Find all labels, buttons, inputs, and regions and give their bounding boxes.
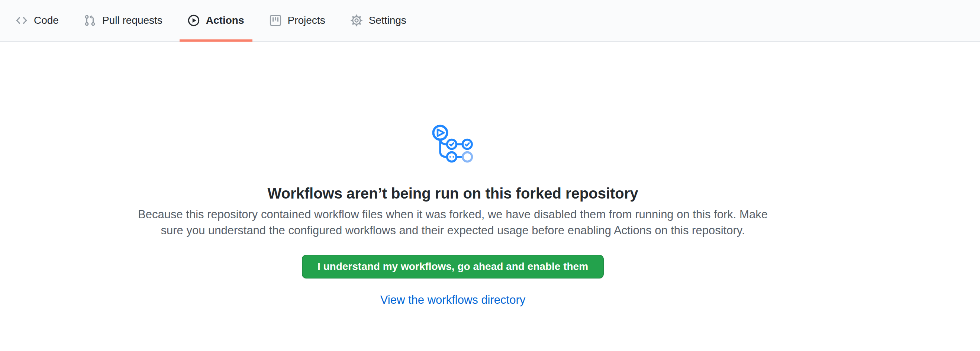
tab-pull-requests-label: Pull requests [102, 15, 162, 25]
page-title: Workflows aren’t being run on this forke… [267, 184, 638, 203]
repo-tab-bar: Code Pull requests Actions [0, 0, 980, 42]
tab-projects-label: Projects [288, 15, 325, 25]
workflow-graph-illustration [432, 125, 474, 165]
tab-actions[interactable]: Actions [180, 0, 253, 41]
actions-disabled-blankslate: Workflows aren’t being run on this forke… [0, 42, 906, 307]
view-workflows-directory-link[interactable]: View the workflows directory [380, 293, 526, 307]
play-circle-icon [188, 14, 200, 26]
description-line-1: Because this repository contained workfl… [138, 206, 768, 222]
gear-icon [351, 14, 363, 26]
blankslate-description: Because this repository contained workfl… [138, 206, 768, 238]
tab-settings-label: Settings [369, 15, 406, 25]
tab-code[interactable]: Code [8, 0, 67, 41]
active-tab-underline [180, 40, 253, 42]
description-line-2: sure you understand the configured workf… [138, 222, 768, 238]
tab-settings[interactable]: Settings [342, 0, 415, 41]
project-board-icon [269, 14, 282, 26]
tab-projects[interactable]: Projects [261, 0, 334, 41]
pull-request-icon [84, 14, 96, 26]
tab-code-label: Code [34, 15, 59, 25]
tab-pull-requests[interactable]: Pull requests [76, 0, 171, 41]
enable-workflows-button[interactable]: I understand my workflows, go ahead and … [302, 255, 604, 278]
code-icon [16, 14, 27, 26]
tab-actions-label: Actions [206, 15, 244, 25]
